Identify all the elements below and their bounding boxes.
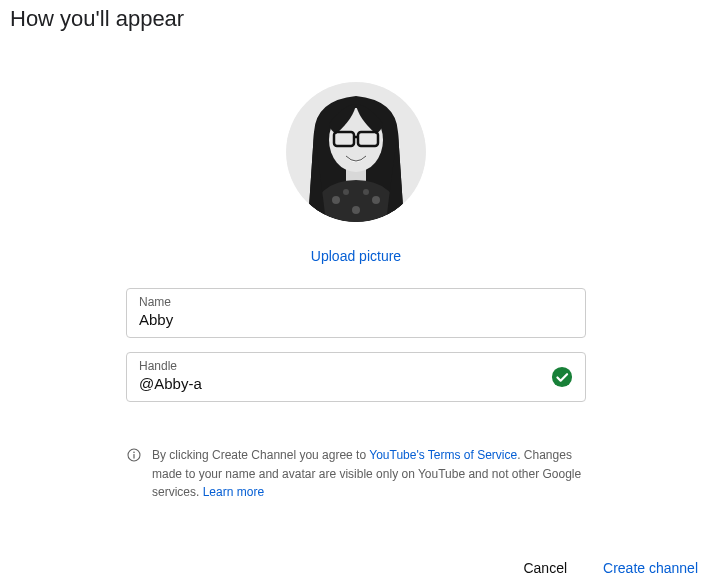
learn-more-link[interactable]: Learn more bbox=[203, 485, 264, 499]
page-title: How you'll appear bbox=[0, 0, 712, 32]
disclaimer-prefix: By clicking Create Channel you agree to bbox=[152, 448, 369, 462]
avatar bbox=[286, 82, 426, 222]
handle-input[interactable] bbox=[139, 375, 573, 392]
create-channel-button[interactable]: Create channel bbox=[599, 552, 702, 584]
main-content: Upload picture Name Handle By clicking C… bbox=[0, 32, 712, 502]
name-field-wrapper[interactable]: Name bbox=[126, 288, 586, 338]
svg-point-8 bbox=[372, 196, 380, 204]
svg-point-11 bbox=[363, 189, 369, 195]
fields-container: Name Handle bbox=[126, 288, 586, 402]
svg-point-14 bbox=[133, 452, 135, 454]
svg-point-7 bbox=[332, 196, 340, 204]
footer-actions: Cancel Create channel bbox=[519, 552, 702, 584]
disclaimer-text: By clicking Create Channel you agree to … bbox=[152, 446, 586, 502]
info-icon bbox=[126, 447, 142, 463]
tos-link[interactable]: YouTube's Terms of Service bbox=[369, 448, 517, 462]
avatar-image bbox=[286, 82, 426, 222]
svg-point-12 bbox=[552, 367, 572, 387]
cancel-button[interactable]: Cancel bbox=[519, 552, 571, 584]
checkmark-circle-icon bbox=[551, 366, 573, 388]
name-input[interactable] bbox=[139, 311, 573, 328]
svg-rect-15 bbox=[133, 454, 134, 459]
disclaimer: By clicking Create Channel you agree to … bbox=[126, 446, 586, 502]
handle-field-wrapper[interactable]: Handle bbox=[126, 352, 586, 402]
upload-picture-link[interactable]: Upload picture bbox=[311, 248, 401, 264]
name-label: Name bbox=[139, 295, 573, 309]
svg-point-9 bbox=[352, 206, 360, 214]
handle-label: Handle bbox=[139, 359, 573, 373]
svg-point-10 bbox=[343, 189, 349, 195]
